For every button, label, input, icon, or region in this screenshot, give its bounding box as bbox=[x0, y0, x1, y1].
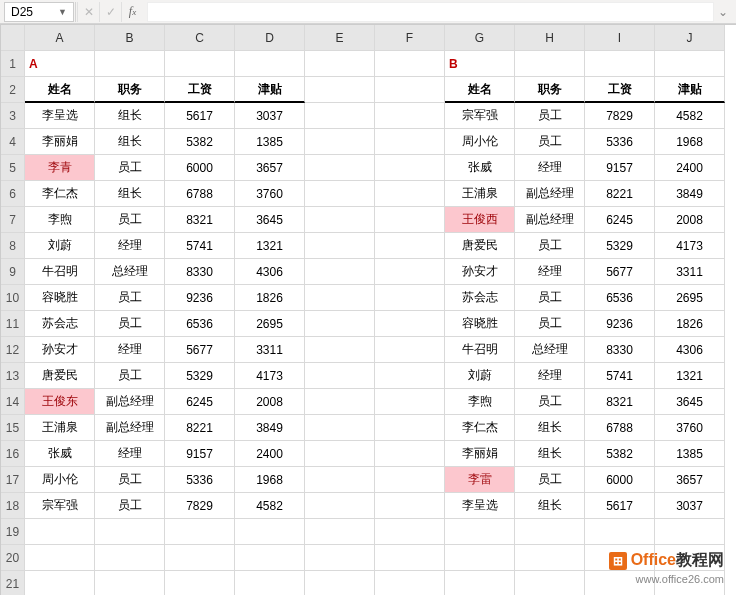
tableB-cell[interactable]: 2400 bbox=[655, 155, 725, 181]
tableB-cell[interactable]: 8321 bbox=[585, 389, 655, 415]
tableA-cell[interactable]: 员工 bbox=[95, 311, 165, 337]
tableB-cell[interactable]: 4582 bbox=[655, 103, 725, 129]
row-header-13[interactable]: 13 bbox=[1, 363, 25, 389]
row-header-16[interactable]: 16 bbox=[1, 441, 25, 467]
tableA-cell[interactable]: 王浦泉 bbox=[25, 415, 95, 441]
tableA-cell[interactable]: 总经理 bbox=[95, 259, 165, 285]
tableA-cell[interactable]: 8330 bbox=[165, 259, 235, 285]
row-header-4[interactable]: 4 bbox=[1, 129, 25, 155]
tableA-cell[interactable]: 唐爱民 bbox=[25, 363, 95, 389]
tableA-cell[interactable]: 3849 bbox=[235, 415, 305, 441]
tableA-cell[interactable]: 2695 bbox=[235, 311, 305, 337]
cell[interactable] bbox=[375, 415, 445, 441]
tableA-cell[interactable]: 9236 bbox=[165, 285, 235, 311]
tableA-cell[interactable]: 员工 bbox=[95, 363, 165, 389]
cell[interactable] bbox=[585, 571, 655, 595]
tableB-cell[interactable]: 6536 bbox=[585, 285, 655, 311]
cell[interactable] bbox=[305, 441, 375, 467]
tableB-cell[interactable]: 宗军强 bbox=[445, 103, 515, 129]
tableB-cell[interactable]: 李呈选 bbox=[445, 493, 515, 519]
tableA-cell[interactable]: 容晓胜 bbox=[25, 285, 95, 311]
row-header-10[interactable]: 10 bbox=[1, 285, 25, 311]
cell[interactable] bbox=[25, 571, 95, 595]
tableA-cell[interactable]: 6000 bbox=[165, 155, 235, 181]
cell[interactable] bbox=[305, 493, 375, 519]
tableA-cell[interactable]: 3645 bbox=[235, 207, 305, 233]
tableA-cell[interactable]: 5677 bbox=[165, 337, 235, 363]
tableB-cell[interactable]: 8221 bbox=[585, 181, 655, 207]
tableB-cell[interactable]: 员工 bbox=[515, 233, 585, 259]
cell[interactable] bbox=[375, 389, 445, 415]
tableA-cell[interactable]: 周小伦 bbox=[25, 467, 95, 493]
tableA-cell[interactable]: 5336 bbox=[165, 467, 235, 493]
tableB-cell[interactable]: 李煦 bbox=[445, 389, 515, 415]
cell[interactable] bbox=[375, 233, 445, 259]
cell[interactable] bbox=[375, 285, 445, 311]
cell[interactable] bbox=[515, 51, 585, 77]
tableA-cell[interactable]: 苏会志 bbox=[25, 311, 95, 337]
cell[interactable] bbox=[165, 571, 235, 595]
tableA-header[interactable]: 津贴 bbox=[235, 77, 305, 103]
tableA-cell[interactable]: 1826 bbox=[235, 285, 305, 311]
tableA-cell[interactable]: 2400 bbox=[235, 441, 305, 467]
tableA-cell[interactable]: 4173 bbox=[235, 363, 305, 389]
cell[interactable] bbox=[445, 545, 515, 571]
tableB-cell[interactable]: 张威 bbox=[445, 155, 515, 181]
tableA-cell[interactable]: 李煦 bbox=[25, 207, 95, 233]
cell[interactable] bbox=[25, 545, 95, 571]
tableA-cell[interactable]: 副总经理 bbox=[95, 389, 165, 415]
tableB-cell[interactable]: 员工 bbox=[515, 103, 585, 129]
tableA-cell[interactable]: 宗军强 bbox=[25, 493, 95, 519]
cell[interactable] bbox=[305, 389, 375, 415]
tableA-cell[interactable]: 刘蔚 bbox=[25, 233, 95, 259]
tableB-cell[interactable]: 王浦泉 bbox=[445, 181, 515, 207]
cell[interactable] bbox=[305, 415, 375, 441]
cell[interactable] bbox=[375, 493, 445, 519]
tableA-cell[interactable]: 组长 bbox=[95, 129, 165, 155]
cell[interactable] bbox=[165, 545, 235, 571]
cell[interactable] bbox=[95, 545, 165, 571]
name-box-dropdown-icon[interactable]: ▼ bbox=[58, 7, 67, 17]
tableB-cell[interactable]: 5329 bbox=[585, 233, 655, 259]
cell[interactable] bbox=[375, 467, 445, 493]
column-header-E[interactable]: E bbox=[305, 25, 375, 51]
tableB-cell[interactable]: 员工 bbox=[515, 467, 585, 493]
tableA-cell[interactable]: 3760 bbox=[235, 181, 305, 207]
tableB-cell[interactable]: 李丽娟 bbox=[445, 441, 515, 467]
tableB-cell[interactable]: 孙安才 bbox=[445, 259, 515, 285]
cell[interactable] bbox=[375, 77, 445, 103]
tableA-cell[interactable]: 员工 bbox=[95, 155, 165, 181]
formula-input[interactable] bbox=[147, 2, 714, 22]
row-header-12[interactable]: 12 bbox=[1, 337, 25, 363]
tableB-header[interactable]: 津贴 bbox=[655, 77, 725, 103]
cell[interactable] bbox=[95, 571, 165, 595]
cell[interactable] bbox=[165, 51, 235, 77]
tableA-cell[interactable]: 5741 bbox=[165, 233, 235, 259]
tableA-cell[interactable]: 经理 bbox=[95, 441, 165, 467]
cell[interactable] bbox=[235, 519, 305, 545]
cell[interactable] bbox=[515, 519, 585, 545]
tableA-cell[interactable]: 李青 bbox=[25, 155, 95, 181]
tableA-cell[interactable]: 4306 bbox=[235, 259, 305, 285]
cell[interactable] bbox=[305, 103, 375, 129]
tableA-cell[interactable]: 3037 bbox=[235, 103, 305, 129]
tableA-cell[interactable]: 经理 bbox=[95, 337, 165, 363]
tableB-cell[interactable]: 7829 bbox=[585, 103, 655, 129]
cell[interactable] bbox=[95, 51, 165, 77]
tableA-cell[interactable]: 5329 bbox=[165, 363, 235, 389]
row-header-20[interactable]: 20 bbox=[1, 545, 25, 571]
cell[interactable] bbox=[305, 285, 375, 311]
tableB-cell[interactable]: 3311 bbox=[655, 259, 725, 285]
tableB-cell[interactable]: 3849 bbox=[655, 181, 725, 207]
tableA-cell[interactable]: 员工 bbox=[95, 493, 165, 519]
column-header-B[interactable]: B bbox=[95, 25, 165, 51]
tableA-cell[interactable]: 员工 bbox=[95, 467, 165, 493]
column-header-A[interactable]: A bbox=[25, 25, 95, 51]
tableB-cell[interactable]: 6788 bbox=[585, 415, 655, 441]
cell[interactable] bbox=[305, 311, 375, 337]
tableA-cell[interactable]: 1968 bbox=[235, 467, 305, 493]
cell[interactable] bbox=[305, 467, 375, 493]
row-header-9[interactable]: 9 bbox=[1, 259, 25, 285]
column-header-I[interactable]: I bbox=[585, 25, 655, 51]
tableA-cell[interactable]: 6536 bbox=[165, 311, 235, 337]
